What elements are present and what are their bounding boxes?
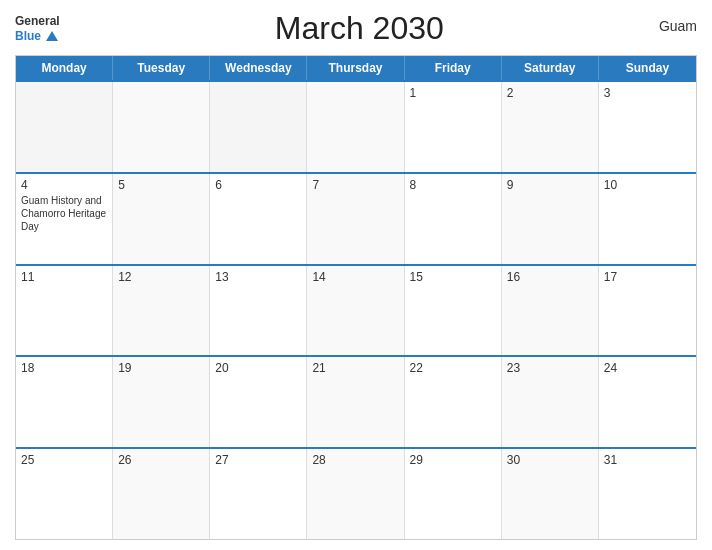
table-row: 9 xyxy=(502,174,599,264)
table-row xyxy=(210,82,307,172)
day-number: 16 xyxy=(507,270,593,284)
table-row: 10 xyxy=(599,174,696,264)
day-number: 18 xyxy=(21,361,107,375)
day-number: 14 xyxy=(312,270,398,284)
day-number: 17 xyxy=(604,270,691,284)
table-row: 7 xyxy=(307,174,404,264)
day-number: 2 xyxy=(507,86,593,100)
day-number: 30 xyxy=(507,453,593,467)
table-row: 12 xyxy=(113,266,210,356)
day-number: 13 xyxy=(215,270,301,284)
table-row: 27 xyxy=(210,449,307,539)
table-row xyxy=(16,82,113,172)
table-row: 17 xyxy=(599,266,696,356)
table-row: 29 xyxy=(405,449,502,539)
region-label: Guam xyxy=(659,10,697,34)
week-2: 4 Guam History and Chamorro Heritage Day… xyxy=(16,172,696,264)
logo: General Blue xyxy=(15,14,60,43)
week-1: 1 2 3 xyxy=(16,80,696,172)
calendar-page: General Blue March 2030 Guam Monday Tues… xyxy=(0,0,712,550)
table-row: 19 xyxy=(113,357,210,447)
table-row: 23 xyxy=(502,357,599,447)
table-row: 3 xyxy=(599,82,696,172)
header-wednesday: Wednesday xyxy=(210,56,307,80)
logo-triangle-icon xyxy=(46,31,58,41)
table-row: 8 xyxy=(405,174,502,264)
logo-general-text: General xyxy=(15,14,60,28)
table-row: 4 Guam History and Chamorro Heritage Day xyxy=(16,174,113,264)
table-row: 5 xyxy=(113,174,210,264)
day-number: 7 xyxy=(312,178,398,192)
day-number: 21 xyxy=(312,361,398,375)
day-number: 28 xyxy=(312,453,398,467)
table-row: 30 xyxy=(502,449,599,539)
table-row: 15 xyxy=(405,266,502,356)
day-number: 12 xyxy=(118,270,204,284)
event-label: Guam History and Chamorro Heritage Day xyxy=(21,194,107,233)
day-number: 22 xyxy=(410,361,496,375)
table-row: 26 xyxy=(113,449,210,539)
table-row: 20 xyxy=(210,357,307,447)
table-row: 28 xyxy=(307,449,404,539)
calendar-grid: Monday Tuesday Wednesday Thursday Friday… xyxy=(15,55,697,540)
week-5: 25 26 27 28 29 30 31 xyxy=(16,447,696,539)
day-number: 24 xyxy=(604,361,691,375)
table-row: 1 xyxy=(405,82,502,172)
day-number: 19 xyxy=(118,361,204,375)
week-3: 11 12 13 14 15 16 17 xyxy=(16,264,696,356)
table-row: 6 xyxy=(210,174,307,264)
day-number: 6 xyxy=(215,178,301,192)
logo-blue-text: Blue xyxy=(15,29,60,43)
header-friday: Friday xyxy=(405,56,502,80)
day-number: 4 xyxy=(21,178,107,192)
day-number: 15 xyxy=(410,270,496,284)
day-number: 8 xyxy=(410,178,496,192)
day-number: 9 xyxy=(507,178,593,192)
day-number: 3 xyxy=(604,86,691,100)
table-row: 22 xyxy=(405,357,502,447)
header-monday: Monday xyxy=(16,56,113,80)
day-number: 27 xyxy=(215,453,301,467)
header-saturday: Saturday xyxy=(502,56,599,80)
calendar-body: 1 2 3 4 Guam History and Chamorro Herita… xyxy=(16,80,696,539)
day-number: 5 xyxy=(118,178,204,192)
table-row: 25 xyxy=(16,449,113,539)
table-row: 24 xyxy=(599,357,696,447)
table-row: 2 xyxy=(502,82,599,172)
calendar-title: March 2030 xyxy=(60,10,659,47)
calendar-header: Monday Tuesday Wednesday Thursday Friday… xyxy=(16,56,696,80)
day-number: 23 xyxy=(507,361,593,375)
header-sunday: Sunday xyxy=(599,56,696,80)
table-row: 31 xyxy=(599,449,696,539)
table-row xyxy=(307,82,404,172)
week-4: 18 19 20 21 22 23 24 xyxy=(16,355,696,447)
table-row: 14 xyxy=(307,266,404,356)
table-row: 11 xyxy=(16,266,113,356)
table-row: 21 xyxy=(307,357,404,447)
day-number: 25 xyxy=(21,453,107,467)
day-number: 20 xyxy=(215,361,301,375)
table-row xyxy=(113,82,210,172)
page-header: General Blue March 2030 Guam xyxy=(15,10,697,47)
table-row: 13 xyxy=(210,266,307,356)
day-number: 1 xyxy=(410,86,496,100)
day-number: 31 xyxy=(604,453,691,467)
table-row: 16 xyxy=(502,266,599,356)
day-number: 11 xyxy=(21,270,107,284)
header-tuesday: Tuesday xyxy=(113,56,210,80)
header-thursday: Thursday xyxy=(307,56,404,80)
day-number: 10 xyxy=(604,178,691,192)
day-number: 29 xyxy=(410,453,496,467)
day-number: 26 xyxy=(118,453,204,467)
table-row: 18 xyxy=(16,357,113,447)
